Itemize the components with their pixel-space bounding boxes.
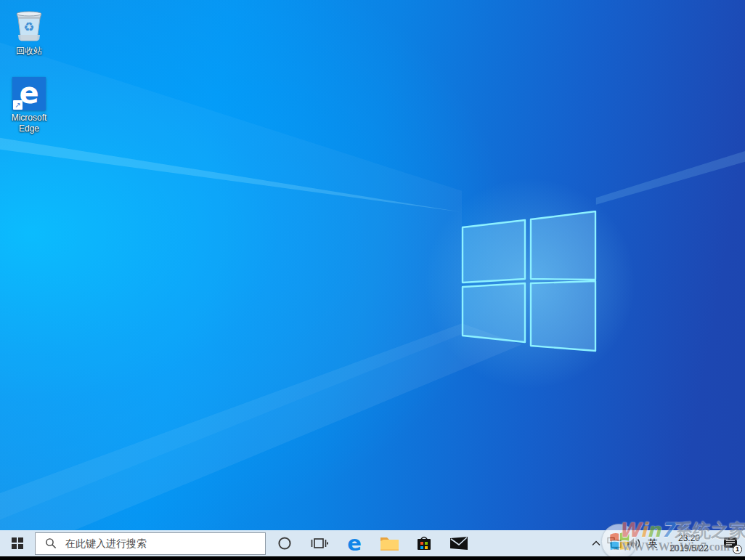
system-tray: 英 23:20 2019/5/22 1	[587, 530, 745, 556]
desktop-icon-label: Microsoft Edge	[4, 113, 54, 134]
taskbar: e	[0, 530, 745, 556]
taskbar-clock[interactable]: 23:20 2019/5/22	[662, 533, 716, 553]
shortcut-arrow-icon: ↗	[13, 100, 23, 110]
microsoft-store-icon	[415, 535, 433, 552]
desktop-wallpaper	[0, 0, 745, 530]
search-input[interactable]	[64, 537, 265, 550]
clock-time: 23:20	[662, 533, 716, 543]
microsoft-store-button[interactable]	[407, 530, 441, 556]
chevron-up-icon	[592, 540, 601, 546]
edge-icon: e	[347, 533, 362, 554]
action-center-button[interactable]: 1	[716, 530, 745, 556]
tray-overflow-button[interactable]	[587, 530, 606, 556]
windows-logo-wallpaper	[461, 211, 597, 352]
desktop-icon-label: 回收站	[1, 46, 57, 57]
desktop-icon-recycle-bin[interactable]: ♻ 回收站	[1, 7, 57, 57]
file-explorer-icon	[380, 535, 399, 551]
cortana-button[interactable]	[267, 530, 302, 556]
network-icon	[607, 537, 623, 550]
recycle-bin-icon: ♻	[1, 7, 57, 44]
start-button[interactable]	[0, 530, 35, 556]
speaker-icon	[627, 537, 641, 549]
notification-badge: 1	[733, 545, 742, 554]
clock-date: 2019/5/22	[662, 543, 716, 553]
search-icon	[45, 537, 57, 549]
mail-button[interactable]	[441, 530, 476, 556]
windows-start-icon	[12, 537, 23, 549]
desktop-icon-microsoft-edge[interactable]: e ↗ Microsoft Edge	[1, 74, 57, 134]
volume-tray-button[interactable]	[624, 530, 643, 556]
taskbar-app-icons: e	[267, 530, 476, 556]
cortana-icon	[277, 536, 292, 551]
taskbar-search-box[interactable]	[35, 532, 266, 555]
edge-icon: e ↗	[12, 77, 46, 110]
edge-taskbar-button[interactable]: e	[337, 530, 372, 556]
screen-bottom-edge	[0, 556, 745, 560]
task-view-button[interactable]	[302, 530, 337, 556]
svg-text:♻: ♻	[23, 20, 34, 34]
file-explorer-button[interactable]	[372, 530, 407, 556]
language-indicator-button[interactable]: 英	[643, 530, 662, 556]
network-tray-button[interactable]	[606, 530, 624, 556]
task-view-icon	[311, 536, 328, 551]
mail-icon	[449, 536, 468, 551]
